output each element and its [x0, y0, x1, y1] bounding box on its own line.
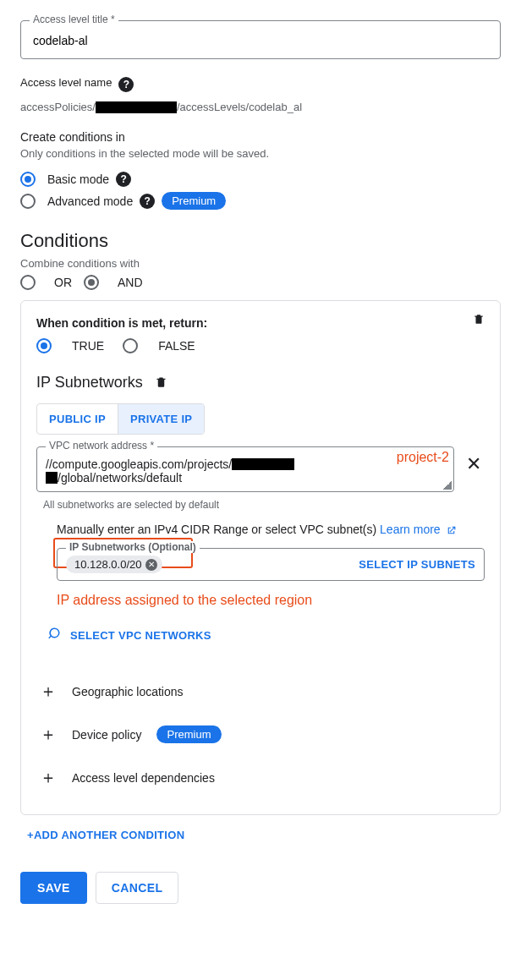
or-radio[interactable]: OR [20, 275, 72, 290]
resize-handle-icon[interactable] [443, 481, 452, 490]
plus-icon: ＋ [40, 680, 57, 703]
manual-cidr-text: Manually enter an IPv4 CIDR Range or sel… [57, 523, 485, 536]
access-level-title-field[interactable]: Access level title * [20, 20, 501, 59]
remove-vpc-button[interactable]: ✕ [463, 450, 485, 479]
add-another-condition-button[interactable]: +ADD ANOTHER CONDITION [20, 815, 501, 855]
ip-tabs: PUBLIC IP PRIVATE IP [36, 403, 205, 435]
premium-pill: Premium [162, 192, 226, 210]
access-name-value: accessPolicies/ /accessLevels/ codelab_a… [20, 101, 501, 113]
trash-icon [473, 313, 485, 325]
radio-unselected-icon [20, 194, 36, 209]
radio-selected-icon [36, 338, 52, 353]
advanced-mode-label: Advanced mode [47, 194, 133, 208]
cancel-button[interactable]: CANCEL [96, 872, 179, 904]
vpc-label: VPC network address * [46, 440, 157, 452]
premium-pill: Premium [156, 725, 221, 743]
subnet-default-hint: All subnetworks are selected by default [43, 499, 485, 511]
add-access-level-dependencies[interactable]: ＋ Access level dependencies [36, 756, 485, 799]
false-radio[interactable]: FALSE [123, 338, 195, 353]
help-icon[interactable]: ? [118, 77, 134, 92]
radio-selected-icon [20, 172, 36, 187]
deps-label: Access level dependencies [72, 771, 215, 785]
false-label: FALSE [158, 339, 195, 353]
device-policy-label: Device policy [72, 728, 141, 742]
radio-unselected-icon [20, 275, 36, 290]
plus-icon: ＋ [40, 723, 57, 746]
search-icon [48, 627, 63, 644]
redacted-block [46, 472, 58, 484]
redacted-block [96, 101, 177, 113]
add-device-policy[interactable]: ＋ Device policy Premium [36, 713, 485, 756]
save-button[interactable]: SAVE [20, 872, 87, 904]
select-vpc-networks-button[interactable]: SELECT VPC NETWORKS [48, 627, 211, 644]
title-label: Access level title * [30, 14, 118, 25]
access-level-title-input[interactable] [31, 33, 490, 48]
trash-icon [155, 375, 167, 388]
geo-label: Geographic locations [72, 685, 184, 698]
conditions-heading: Conditions [20, 230, 501, 252]
plus-icon: ＋ [40, 766, 57, 789]
access-name-prefix: accessPolicies/ [20, 101, 96, 113]
external-link-icon [446, 525, 457, 536]
condition-return-label: When condition is met, return: [36, 316, 485, 330]
help-icon[interactable]: ? [116, 172, 131, 187]
radio-selected-grey-icon [84, 275, 99, 290]
create-conditions-label: Create conditions in [20, 130, 125, 144]
chip-remove-icon[interactable]: ✕ [145, 559, 157, 571]
redacted-block [232, 458, 294, 470]
true-radio[interactable]: TRUE [36, 338, 104, 353]
or-label: OR [54, 276, 72, 289]
access-name-mid: /accessLevels/ [177, 101, 249, 113]
advanced-mode-radio-row[interactable]: Advanced mode ? Premium [20, 192, 501, 210]
basic-mode-radio-row[interactable]: Basic mode ? [20, 172, 501, 187]
radio-unselected-icon [123, 338, 138, 353]
ip-subnetworks-chip-field[interactable]: IP Subnetworks (Optional) 10.128.0.0/20 … [57, 548, 485, 581]
tab-public-ip[interactable]: PUBLIC IP [37, 404, 118, 434]
vpc-network-address-field[interactable]: VPC network address * //compute.googleap… [36, 446, 454, 492]
annotation-ip: IP address assigned to the selected regi… [57, 593, 485, 608]
vpc-line2: /global/networks/default [58, 471, 182, 485]
ip-subnetworks-heading: IP Subnetworks [36, 374, 143, 391]
cidr-chip[interactable]: 10.128.0.0/20 ✕ [66, 556, 162, 573]
basic-mode-label: Basic mode [47, 172, 109, 186]
and-label: AND [118, 276, 143, 289]
cidr-chip-label: 10.128.0.0/20 [74, 558, 142, 571]
vpc-line1: //compute.googleapis.com/projects/ [46, 457, 232, 471]
add-geographic-locations[interactable]: ＋ Geographic locations [36, 670, 485, 713]
condition-card: When condition is met, return: TRUE FALS… [20, 300, 501, 815]
annotation-project: project-2 [397, 450, 449, 465]
true-label: TRUE [72, 339, 104, 353]
chip-field-label: IP Subnetworks (Optional) [66, 541, 200, 553]
access-name-suffix: codelab_al [249, 101, 302, 113]
select-ip-subnets-button[interactable]: SELECT IP SUBNETS [359, 558, 475, 571]
combine-label: Combine conditions with [20, 257, 501, 270]
access-name-label: Access level name [20, 76, 112, 89]
delete-condition-button[interactable] [473, 313, 485, 325]
create-conditions-hint: Only conditions in the selected mode wil… [20, 147, 501, 160]
and-radio[interactable]: AND [84, 275, 143, 290]
learn-more-link[interactable]: Learn more [380, 523, 456, 536]
delete-ipsubnetworks-button[interactable] [155, 375, 167, 391]
help-icon[interactable]: ? [140, 194, 155, 209]
tab-private-ip[interactable]: PRIVATE IP [118, 404, 204, 434]
